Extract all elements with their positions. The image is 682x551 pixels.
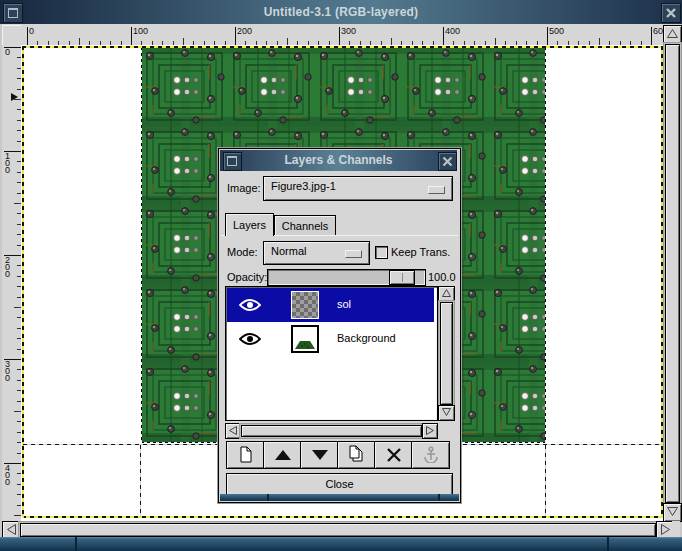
delete-x-icon <box>387 448 401 462</box>
dialog-close-x-button[interactable] <box>438 152 457 171</box>
tab-channels[interactable]: Channels <box>274 215 336 236</box>
ruler-tick <box>14 47 21 517</box>
list-vscroll-trough[interactable] <box>438 300 455 407</box>
opacity-slider-handle[interactable] <box>389 270 415 285</box>
ruler-label: 200 <box>237 27 252 36</box>
lower-layer-button[interactable] <box>300 441 339 469</box>
border-grip-left[interactable] <box>75 537 77 551</box>
new-layer-button[interactable] <box>226 441 265 469</box>
ruler-label: 600 <box>653 27 663 36</box>
arrow-up-icon <box>275 450 291 460</box>
opacity-value: 100.0 <box>428 271 456 283</box>
ruler-label: 300 <box>5 361 13 382</box>
vertical-guide-right[interactable] <box>545 445 546 516</box>
arrow-down-icon <box>312 450 328 460</box>
dialog-titlebar[interactable]: Layers & Channels <box>220 150 457 171</box>
tab-layers[interactable]: Layers <box>225 213 274 236</box>
list-hscroll-thumb[interactable] <box>241 425 422 437</box>
ruler-label: 300 <box>341 27 356 36</box>
dialog-grip-right[interactable] <box>438 494 440 501</box>
vscroll-trough[interactable] <box>663 42 682 505</box>
ruler-tick <box>235 27 236 45</box>
layers-channels-dialog: Layers & Channels Image: Figure3.jpg-1 L… <box>218 148 461 503</box>
arrow-left-icon <box>7 524 16 535</box>
layer-row-Background[interactable]: Background <box>227 322 434 356</box>
ruler-label: 500 <box>549 27 564 36</box>
arrow-up-icon <box>442 289 451 297</box>
border-grip-right[interactable] <box>607 537 609 551</box>
layer-button-row <box>226 441 454 468</box>
ruler-tick <box>27 27 28 45</box>
horizontal-ruler[interactable]: 0100200300400500600 <box>21 25 663 46</box>
image-boundary-left <box>22 46 24 518</box>
layer-thumbnail[interactable] <box>291 325 319 353</box>
dialog-grip-left[interactable] <box>267 494 269 501</box>
layer-thumbnail[interactable] <box>291 291 319 319</box>
delete-layer-button[interactable] <box>374 441 413 469</box>
ruler-label: 0 <box>29 27 34 36</box>
list-vscroll-down-button[interactable] <box>438 405 455 421</box>
hscroll-thumb[interactable] <box>20 523 656 537</box>
keep-trans-checkbox[interactable] <box>375 246 388 259</box>
layer-boundary-left <box>141 47 142 443</box>
list-hscroll-trough[interactable] <box>239 423 424 439</box>
ruler-label: 200 <box>5 257 13 278</box>
ruler-corner-box <box>2 25 23 47</box>
ruler-label: 400 <box>445 27 460 36</box>
raise-layer-button[interactable] <box>263 441 302 469</box>
image-label: Image: <box>227 182 261 194</box>
visibility-eye-icon[interactable] <box>239 298 261 312</box>
arrow-down-icon <box>442 408 451 416</box>
window-border-bottom <box>0 537 682 551</box>
window-title: Untitled-3.1 (RGB-layered) <box>0 0 682 24</box>
anchor-layer-button[interactable] <box>411 441 450 469</box>
mode-label: Mode: <box>227 246 258 258</box>
ruler-label: 0 <box>5 49 13 56</box>
mode-select-value: Normal <box>271 245 306 257</box>
vertical-ruler[interactable]: 0100200300400 <box>2 45 22 521</box>
opacity-label: Opacity: <box>227 271 267 283</box>
layer-row-sol[interactable]: sol <box>227 288 434 322</box>
dropdown-handle-icon <box>428 186 445 194</box>
duplicate-layer-button[interactable] <box>337 441 376 469</box>
gimp-image-window: Untitled-3.1 (RGB-layered) 0100200300400… <box>0 0 682 551</box>
ruler-tick <box>651 27 652 45</box>
ruler-tick <box>131 27 132 45</box>
list-hscroll-right-button[interactable] <box>422 423 438 439</box>
layer-name: sol <box>337 298 351 310</box>
close-icon <box>439 153 456 170</box>
opacity-slider[interactable] <box>267 269 426 286</box>
layer-list[interactable]: sol Background <box>225 286 438 421</box>
arrow-right-icon <box>661 524 670 535</box>
arrow-up-icon <box>667 29 678 38</box>
ruler-label: 100 <box>133 27 148 36</box>
layer-name: Background <box>337 332 396 344</box>
vertical-guide-left[interactable] <box>140 445 141 516</box>
ruler-tick <box>547 27 548 45</box>
mode-select-dropdown[interactable]: Normal <box>263 241 370 265</box>
vscroll-thumb[interactable] <box>665 44 680 503</box>
ruler-position-marker <box>11 93 18 101</box>
image-select-value: Figure3.jpg-1 <box>271 180 336 192</box>
new-layer-icon <box>239 446 253 463</box>
window-titlebar[interactable]: Untitled-3.1 (RGB-layered) <box>0 0 682 24</box>
arrow-left-icon <box>229 426 237 435</box>
ruler-tick <box>27 38 657 45</box>
arrow-down-icon <box>667 507 678 516</box>
ruler-tick <box>339 27 340 45</box>
ruler-tick <box>443 27 444 45</box>
arrow-right-icon <box>426 426 434 435</box>
window-close-button[interactable] <box>661 3 681 23</box>
duplicate-layer-icon <box>348 445 365 463</box>
dialog-title: Layers & Channels <box>220 150 457 171</box>
list-vscroll-thumb[interactable] <box>440 302 453 405</box>
image-select-dropdown[interactable]: Figure3.jpg-1 <box>263 176 453 201</box>
dialog-border-bottom <box>220 494 459 501</box>
ruler-label: 400 <box>5 465 13 486</box>
dropdown-handle-icon <box>345 250 362 258</box>
visibility-eye-icon[interactable] <box>239 332 261 346</box>
image-boundary-bottom <box>22 516 662 518</box>
keep-trans-label: Keep Trans. <box>391 246 450 258</box>
ruler-label: 100 <box>5 153 13 174</box>
vscroll-down-button[interactable] <box>663 503 682 522</box>
